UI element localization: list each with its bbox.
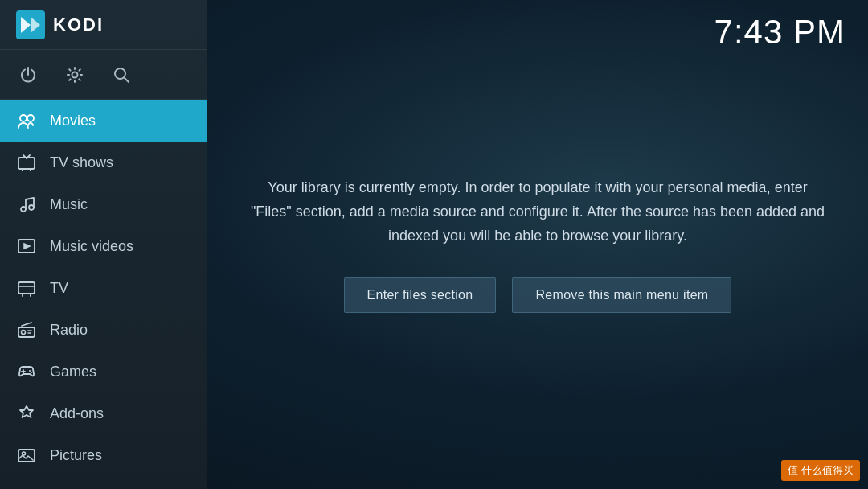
sidebar-item-musicvideos[interactable]: Music videos xyxy=(0,225,207,267)
sidebar-item-games[interactable]: Games xyxy=(0,351,207,392)
tvshows-icon xyxy=(16,152,37,173)
svg-point-15 xyxy=(29,370,31,372)
svg-rect-7 xyxy=(18,158,35,169)
svg-point-14 xyxy=(22,331,26,335)
sidebar-top-icons xyxy=(0,50,207,100)
svg-point-16 xyxy=(31,372,32,373)
power-button[interactable] xyxy=(19,66,37,84)
nav-items: Movies TV shows Music xyxy=(0,100,207,489)
svg-rect-11 xyxy=(18,282,35,294)
sidebar-item-radio[interactable]: Radio xyxy=(0,309,207,351)
main-content: Your library is currently empty. In orde… xyxy=(207,0,868,489)
radio-label: Radio xyxy=(50,322,88,339)
content-box: Your library is currently empty. In orde… xyxy=(232,160,843,328)
search-button[interactable] xyxy=(113,66,130,84)
tv-icon xyxy=(16,277,37,298)
tvshows-label: TV shows xyxy=(50,154,113,171)
app-title: KODI xyxy=(53,14,104,35)
musicvideos-icon xyxy=(16,236,37,257)
svg-point-6 xyxy=(27,115,34,121)
music-icon xyxy=(16,194,37,215)
radio-icon xyxy=(16,319,37,340)
movies-icon xyxy=(16,110,37,131)
sidebar-item-pictures[interactable]: Pictures xyxy=(0,434,207,476)
tv-label: TV xyxy=(50,280,68,297)
sidebar-item-tv[interactable]: TV xyxy=(0,267,207,309)
sidebar-item-addons[interactable]: Add-ons xyxy=(0,392,207,434)
games-label: Games xyxy=(50,364,96,380)
sidebar-item-tvshows[interactable]: TV shows xyxy=(0,142,207,183)
addons-label: Add-ons xyxy=(50,405,104,422)
pictures-icon xyxy=(16,445,37,466)
addons-icon xyxy=(16,403,37,424)
music-label: Music xyxy=(50,196,88,213)
clock: 7:43 PM xyxy=(714,13,845,51)
sidebar: KODI xyxy=(0,0,207,489)
settings-button[interactable] xyxy=(66,66,84,84)
games-icon xyxy=(16,361,37,382)
action-buttons: Enter files section Remove this main men… xyxy=(248,277,827,313)
watermark: 值 什么值得买 xyxy=(781,460,860,481)
library-empty-message: Your library is currently empty. In orde… xyxy=(248,176,827,248)
sidebar-header: KODI xyxy=(0,0,207,50)
sidebar-item-movies[interactable]: Movies xyxy=(0,100,207,142)
movies-label: Movies xyxy=(50,113,96,129)
kodi-logo-icon xyxy=(16,10,45,39)
remove-menu-item-button[interactable]: Remove this main menu item xyxy=(512,277,731,313)
svg-point-3 xyxy=(72,72,78,77)
pictures-label: Pictures xyxy=(50,447,102,464)
sidebar-item-music[interactable]: Music xyxy=(0,183,207,225)
musicvideos-label: Music videos xyxy=(50,238,133,255)
svg-point-5 xyxy=(20,115,27,121)
enter-files-button[interactable]: Enter files section xyxy=(344,277,497,313)
